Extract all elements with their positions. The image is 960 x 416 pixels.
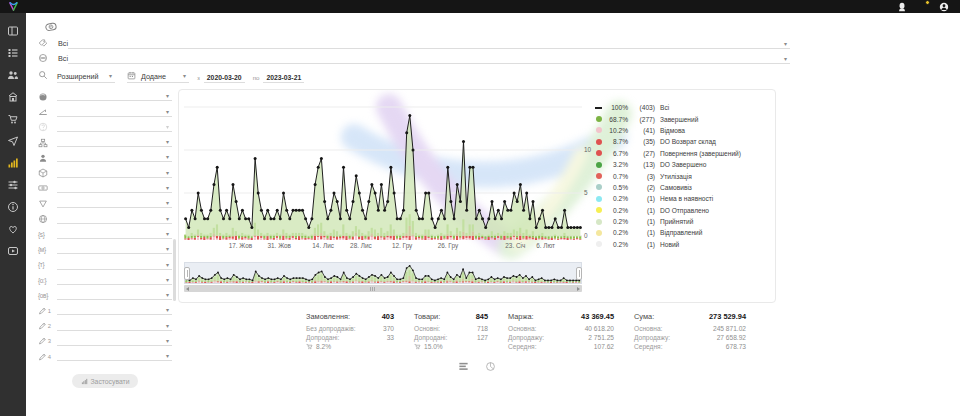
filter-row-person: ▾ (38, 150, 172, 165)
filter-dropdown[interactable]: ▾ (57, 246, 172, 254)
orders-timeline-chart[interactable] (184, 98, 582, 240)
braces-filter-icon: {м} (38, 246, 46, 253)
legend-item[interactable]: 0.2%(1)Новий (595, 239, 767, 250)
filter-dropdown[interactable]: ▾ (57, 292, 172, 300)
rail-item-marketing[interactable] (0, 130, 26, 152)
legend-item[interactable]: 100%(403)Всі (595, 102, 767, 113)
legend-item[interactable]: 0.2%(1)Прийнятий (595, 216, 767, 227)
filter-dropdown[interactable]: ▾ (57, 154, 172, 162)
filter-row-products[interactable]: Всі ▾ (38, 51, 790, 66)
legend-item[interactable]: 0.5%(2)Самовивіз (595, 182, 767, 193)
navigator-track[interactable] (184, 262, 582, 284)
legend-item[interactable]: 10.2%(41)Відмова (595, 125, 767, 136)
stat-sub-label: Середня: (634, 342, 663, 351)
rail-item-partners[interactable] (0, 218, 26, 240)
filter-dropdown[interactable]: ▾ (57, 185, 172, 193)
filter-dropdown[interactable]: ▾ (57, 216, 172, 224)
filter-row-tags[interactable]: Всі ▾ (38, 36, 790, 51)
view-toggle-pie-view[interactable] (485, 361, 496, 372)
body-row: ▾▾▾▾▾▾▾▾▾{s}▾{м}▾{т}▾{о:}▾{ов}▾1▾2▾3▾4▾З… (26, 89, 960, 388)
stat-sub-label: Без допродажів: (306, 324, 356, 333)
rail-item-purchases[interactable] (0, 108, 26, 130)
legend-item[interactable]: 0.2%(1)Відправлений (595, 227, 767, 238)
legend-swatch (595, 173, 602, 179)
rail-item-orders[interactable] (0, 42, 26, 64)
filter-dropdown[interactable]: ▾ (57, 124, 172, 132)
filter-dropdown[interactable]: ▾ (57, 277, 172, 285)
filter-dropdown[interactable]: ▾ (57, 323, 172, 331)
search-mode-select[interactable]: Розширений ▾ (57, 72, 115, 83)
legend-item[interactable]: 6.7%(27)Повернення (завершений) (595, 148, 767, 159)
filter-dropdown[interactable]: ▾ (57, 231, 172, 239)
stat-subrow: Допродані:33 (306, 333, 394, 342)
legend-label: DO Отправлено (660, 207, 709, 214)
stat-sub-label: Основна: (634, 324, 662, 333)
topbar-profile-button[interactable] (939, 2, 949, 12)
upsell-share-badge: 15.0% (414, 342, 488, 351)
navigator-right-handle[interactable] (576, 267, 582, 280)
rail-item-clients[interactable] (0, 64, 26, 86)
info-icon (7, 201, 19, 213)
filter-dropdown[interactable]: ▾ (57, 109, 172, 117)
rail-item-tutorials[interactable] (0, 240, 26, 262)
navigator-left-handle[interactable] (184, 267, 190, 280)
filter-row-braces-о: {о:}▾ (38, 273, 172, 288)
legend-item[interactable]: 0.2%(1)DO Отправлено (595, 205, 767, 216)
stat-sub-value: 27 658.92 (717, 333, 746, 342)
navigator-scrollbar[interactable] (184, 285, 582, 292)
funnel-icon (38, 199, 48, 209)
legend-count: (1) (628, 241, 655, 248)
stat-subrow: Середня:107.62 (508, 342, 614, 351)
tags-filter-underline[interactable]: ▾ (68, 41, 790, 49)
topbar-support-button[interactable] (897, 2, 907, 12)
stat-subrow: Основні:718 (414, 324, 488, 333)
filter-dropdown[interactable]: ▾ (57, 262, 172, 270)
filter-dropdown[interactable]: ▾ (57, 307, 172, 315)
legend-item[interactable]: 0.2%(1)Нема в наявності (595, 193, 767, 204)
filter-dropdown[interactable]: ▾ (57, 353, 172, 361)
legend-item[interactable]: 8.7%(35)DO Возврат склад (595, 136, 767, 147)
rail-item-info[interactable] (0, 196, 26, 218)
legend-label: DO Возврат склад (660, 138, 716, 145)
filter-dropdown[interactable]: ▾ (57, 139, 172, 147)
date-from-input[interactable]: 2020-03-20 (204, 74, 245, 83)
question-icon (38, 122, 51, 133)
legend-item[interactable]: 68.7%(277)Завершений (595, 113, 767, 124)
legend-item[interactable]: 3.2%(13)DO Завершено (595, 159, 767, 170)
products-filter-underline[interactable]: ▾ (68, 56, 790, 64)
apply-filters-button[interactable]: Застосувати (72, 374, 138, 388)
date-field-select[interactable]: Додане ▾ (127, 71, 189, 83)
chart-legend: 100%(403)Всі68.7%(277)Завершений10.2%(41… (595, 102, 767, 250)
scrollbar-grip[interactable] (370, 287, 375, 291)
chevron-down-icon: ▾ (166, 323, 169, 329)
filter-dropdown[interactable]: ▾ (57, 338, 172, 346)
stat-sub-value: 33 (387, 333, 394, 342)
rail-item-analytics[interactable] (0, 152, 26, 174)
rail-item-dashboard[interactable] (0, 20, 26, 42)
chevron-down-icon: ▾ (166, 216, 169, 222)
scroll-left-arrow[interactable] (186, 287, 189, 291)
legend-count: (1) (628, 229, 655, 236)
scroll-right-arrow[interactable] (577, 287, 580, 291)
filter-dropdown[interactable]: ▾ (57, 170, 172, 178)
video-hint-icon[interactable] (42, 19, 61, 36)
filter-dropdown[interactable]: ▾ (57, 200, 172, 208)
legend-item[interactable]: 0.7%(3)Утилізація (595, 170, 767, 181)
rail-item-store[interactable] (0, 86, 26, 108)
chevron-down-icon: ▾ (166, 109, 169, 115)
chevron-down-icon: ▾ (166, 292, 169, 298)
rail-item-settings[interactable] (0, 174, 26, 196)
upsell-share-badge: 8.2% (306, 342, 394, 351)
topbar-notifications-button[interactable] (918, 2, 928, 12)
view-toggle-list-view[interactable] (458, 361, 469, 372)
filter-panel-scrollbar[interactable] (173, 239, 176, 301)
settings-icon (7, 179, 19, 191)
chart-plot-area[interactable]: 17. Жов31. Жов14. Лис28. Лис12. Гру26. Г… (184, 98, 582, 258)
x-tick-label: 28. Лис (350, 242, 372, 249)
stat-header: Товари:845 (414, 312, 488, 321)
legend-swatch (595, 207, 602, 213)
sphere-icon (38, 91, 51, 102)
filter-dropdown[interactable]: ▾ (57, 93, 172, 101)
date-to-input[interactable]: 2023-03-21 (263, 74, 304, 83)
braces-icon: {ов} (38, 290, 51, 301)
